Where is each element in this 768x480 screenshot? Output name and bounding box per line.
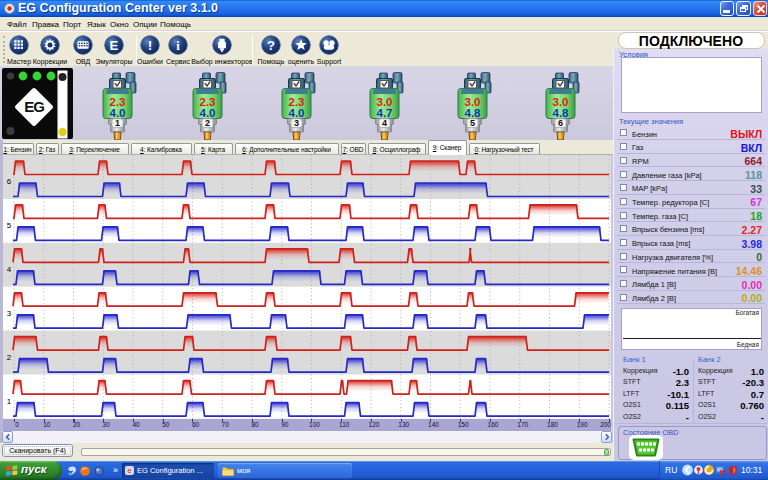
svg-text:3.0: 3.0 bbox=[465, 96, 481, 108]
svg-text:5: 5 bbox=[7, 221, 12, 230]
svg-text:4.8: 4.8 bbox=[553, 107, 570, 119]
svg-text:2.3: 2.3 bbox=[110, 96, 126, 108]
svg-text:6: 6 bbox=[7, 177, 12, 186]
svg-text:EG: EG bbox=[24, 98, 44, 115]
svg-text:1: 1 bbox=[7, 397, 12, 406]
svg-text:2.3: 2.3 bbox=[200, 96, 216, 108]
svg-text:4: 4 bbox=[7, 265, 12, 274]
svg-text:1: 1 bbox=[115, 118, 120, 128]
svg-text:4.0: 4.0 bbox=[200, 107, 216, 119]
svg-text:3: 3 bbox=[294, 118, 299, 128]
svg-text:4.8: 4.8 bbox=[465, 107, 482, 119]
svg-text:2: 2 bbox=[205, 118, 210, 128]
svg-text:3.0: 3.0 bbox=[377, 96, 393, 108]
svg-text:4.7: 4.7 bbox=[377, 107, 393, 119]
svg-text:4.0: 4.0 bbox=[289, 107, 305, 119]
svg-text:5: 5 bbox=[470, 118, 475, 128]
svg-text:6: 6 bbox=[558, 118, 563, 128]
svg-text:»: » bbox=[113, 465, 118, 475]
svg-text:4: 4 bbox=[382, 118, 387, 128]
svg-text:3.0: 3.0 bbox=[553, 96, 569, 108]
svg-text:4.0: 4.0 bbox=[110, 107, 126, 119]
svg-text:3: 3 bbox=[7, 309, 12, 318]
svg-text:2.3: 2.3 bbox=[289, 96, 305, 108]
svg-text:2: 2 bbox=[7, 353, 12, 362]
